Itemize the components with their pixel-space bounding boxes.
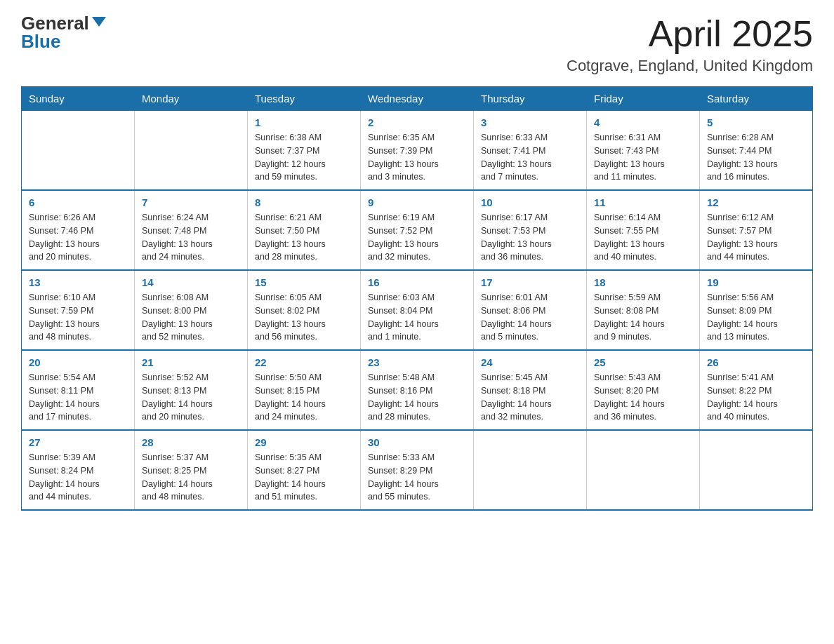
calendar-header-row: SundayMondayTuesdayWednesdayThursdayFrid… [22,87,813,111]
day-number: 23 [368,356,466,368]
day-info: Sunrise: 6:12 AM Sunset: 7:57 PM Dayligh… [707,211,805,264]
day-number: 19 [707,276,805,288]
calendar-week-row: 6Sunrise: 6:26 AM Sunset: 7:46 PM Daylig… [22,190,813,270]
calendar-header-saturday: Saturday [700,87,813,111]
calendar-day-30: 30Sunrise: 5:33 AM Sunset: 8:29 PM Dayli… [361,430,474,510]
calendar-header-sunday: Sunday [22,87,135,111]
calendar-day-23: 23Sunrise: 5:48 AM Sunset: 8:16 PM Dayli… [361,350,474,430]
day-info: Sunrise: 5:50 AM Sunset: 8:15 PM Dayligh… [255,371,353,424]
day-number: 8 [255,196,353,208]
day-number: 26 [707,356,805,368]
day-number: 13 [29,276,127,288]
calendar-day-20: 20Sunrise: 5:54 AM Sunset: 8:11 PM Dayli… [22,350,135,430]
calendar-day-16: 16Sunrise: 6:03 AM Sunset: 8:04 PM Dayli… [361,270,474,350]
day-info: Sunrise: 5:54 AM Sunset: 8:11 PM Dayligh… [29,371,127,424]
calendar-day-26: 26Sunrise: 5:41 AM Sunset: 8:22 PM Dayli… [700,350,813,430]
page-title: April 2025 [567,14,813,54]
day-info: Sunrise: 6:14 AM Sunset: 7:55 PM Dayligh… [594,211,692,264]
day-info: Sunrise: 6:28 AM Sunset: 7:44 PM Dayligh… [707,131,805,184]
day-number: 21 [142,356,240,368]
calendar-day-1: 1Sunrise: 6:38 AM Sunset: 7:37 PM Daylig… [248,111,361,191]
calendar-day-3: 3Sunrise: 6:33 AM Sunset: 7:41 PM Daylig… [474,111,587,191]
day-number: 10 [481,196,579,208]
calendar-header-monday: Monday [135,87,248,111]
calendar-day-12: 12Sunrise: 6:12 AM Sunset: 7:57 PM Dayli… [700,190,813,270]
day-number: 22 [255,356,353,368]
day-info: Sunrise: 5:52 AM Sunset: 8:13 PM Dayligh… [142,371,240,424]
calendar-day-19: 19Sunrise: 5:56 AM Sunset: 8:09 PM Dayli… [700,270,813,350]
calendar-empty-cell [587,430,700,510]
day-number: 29 [255,436,353,448]
logo-general-text: General [21,14,89,32]
day-info: Sunrise: 6:17 AM Sunset: 7:53 PM Dayligh… [481,211,579,264]
day-info: Sunrise: 6:19 AM Sunset: 7:52 PM Dayligh… [368,211,466,264]
day-info: Sunrise: 6:08 AM Sunset: 8:00 PM Dayligh… [142,291,240,344]
calendar-day-11: 11Sunrise: 6:14 AM Sunset: 7:55 PM Dayli… [587,190,700,270]
calendar-empty-cell [135,111,248,191]
day-number: 28 [142,436,240,448]
day-info: Sunrise: 5:56 AM Sunset: 8:09 PM Dayligh… [707,291,805,344]
calendar-week-row: 27Sunrise: 5:39 AM Sunset: 8:24 PM Dayli… [22,430,813,510]
calendar-week-row: 1Sunrise: 6:38 AM Sunset: 7:37 PM Daylig… [22,111,813,191]
day-info: Sunrise: 5:48 AM Sunset: 8:16 PM Dayligh… [368,371,466,424]
day-number: 5 [707,116,805,128]
calendar-day-5: 5Sunrise: 6:28 AM Sunset: 7:44 PM Daylig… [700,111,813,191]
day-info: Sunrise: 5:41 AM Sunset: 8:22 PM Dayligh… [707,371,805,424]
logo: General Blue [21,14,106,51]
calendar-day-14: 14Sunrise: 6:08 AM Sunset: 8:00 PM Dayli… [135,270,248,350]
calendar-day-13: 13Sunrise: 6:10 AM Sunset: 7:59 PM Dayli… [22,270,135,350]
calendar-day-9: 9Sunrise: 6:19 AM Sunset: 7:52 PM Daylig… [361,190,474,270]
calendar-day-7: 7Sunrise: 6:24 AM Sunset: 7:48 PM Daylig… [135,190,248,270]
day-number: 6 [29,196,127,208]
day-number: 4 [594,116,692,128]
subtitle: Cotgrave, England, United Kingdom [567,57,813,75]
day-info: Sunrise: 5:43 AM Sunset: 8:20 PM Dayligh… [594,371,692,424]
day-info: Sunrise: 6:24 AM Sunset: 7:48 PM Dayligh… [142,211,240,264]
day-number: 2 [368,116,466,128]
day-number: 12 [707,196,805,208]
day-info: Sunrise: 6:26 AM Sunset: 7:46 PM Dayligh… [29,211,127,264]
day-number: 25 [594,356,692,368]
day-info: Sunrise: 6:05 AM Sunset: 8:02 PM Dayligh… [255,291,353,344]
calendar-day-2: 2Sunrise: 6:35 AM Sunset: 7:39 PM Daylig… [361,111,474,191]
calendar-day-6: 6Sunrise: 6:26 AM Sunset: 7:46 PM Daylig… [22,190,135,270]
page-header: General Blue April 2025 Cotgrave, Englan… [21,14,813,75]
day-info: Sunrise: 6:21 AM Sunset: 7:50 PM Dayligh… [255,211,353,264]
calendar-header-thursday: Thursday [474,87,587,111]
calendar-week-row: 20Sunrise: 5:54 AM Sunset: 8:11 PM Dayli… [22,350,813,430]
calendar-day-15: 15Sunrise: 6:05 AM Sunset: 8:02 PM Dayli… [248,270,361,350]
calendar-day-10: 10Sunrise: 6:17 AM Sunset: 7:53 PM Dayli… [474,190,587,270]
day-info: Sunrise: 5:39 AM Sunset: 8:24 PM Dayligh… [29,451,127,504]
calendar-day-27: 27Sunrise: 5:39 AM Sunset: 8:24 PM Dayli… [22,430,135,510]
day-number: 9 [368,196,466,208]
day-number: 18 [594,276,692,288]
day-info: Sunrise: 6:01 AM Sunset: 8:06 PM Dayligh… [481,291,579,344]
logo-blue-text: Blue [21,32,60,51]
day-info: Sunrise: 6:33 AM Sunset: 7:41 PM Dayligh… [481,131,579,184]
calendar-header-tuesday: Tuesday [248,87,361,111]
day-number: 16 [368,276,466,288]
calendar-day-8: 8Sunrise: 6:21 AM Sunset: 7:50 PM Daylig… [248,190,361,270]
day-info: Sunrise: 6:38 AM Sunset: 7:37 PM Dayligh… [255,131,353,184]
day-number: 24 [481,356,579,368]
calendar-header-friday: Friday [587,87,700,111]
logo-triangle-icon [92,17,106,27]
calendar-empty-cell [700,430,813,510]
calendar-day-22: 22Sunrise: 5:50 AM Sunset: 8:15 PM Dayli… [248,350,361,430]
calendar-header-wednesday: Wednesday [361,87,474,111]
calendar-day-17: 17Sunrise: 6:01 AM Sunset: 8:06 PM Dayli… [474,270,587,350]
calendar-table: SundayMondayTuesdayWednesdayThursdayFrid… [21,86,813,511]
calendar-day-29: 29Sunrise: 5:35 AM Sunset: 8:27 PM Dayli… [248,430,361,510]
title-area: April 2025 Cotgrave, England, United Kin… [567,14,813,75]
calendar-day-21: 21Sunrise: 5:52 AM Sunset: 8:13 PM Dayli… [135,350,248,430]
day-number: 15 [255,276,353,288]
day-info: Sunrise: 6:10 AM Sunset: 7:59 PM Dayligh… [29,291,127,344]
day-info: Sunrise: 6:03 AM Sunset: 8:04 PM Dayligh… [368,291,466,344]
day-info: Sunrise: 5:59 AM Sunset: 8:08 PM Dayligh… [594,291,692,344]
day-number: 11 [594,196,692,208]
day-number: 17 [481,276,579,288]
day-number: 30 [368,436,466,448]
calendar-day-4: 4Sunrise: 6:31 AM Sunset: 7:43 PM Daylig… [587,111,700,191]
day-number: 7 [142,196,240,208]
day-number: 1 [255,116,353,128]
